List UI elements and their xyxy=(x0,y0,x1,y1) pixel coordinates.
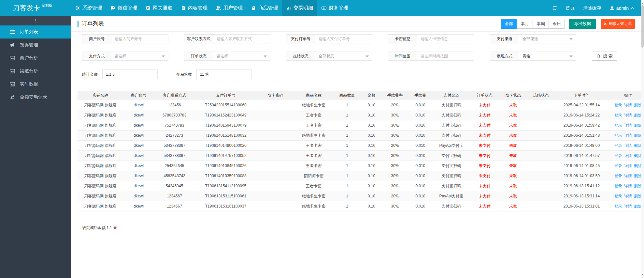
scrollbar-down-arrow[interactable] xyxy=(642,274,644,276)
topnav-item-7[interactable]: 交易明细 xyxy=(282,0,317,16)
cell-actions: 登录详情删除 xyxy=(608,120,644,131)
scrollbar[interactable] xyxy=(641,0,644,278)
detail-link[interactable]: 详情 xyxy=(624,123,632,128)
export-data-button[interactable]: 导出数据 xyxy=(569,19,596,29)
table-row: 刀客源码网 旗舰店dkewl5343788367T190614014800100… xyxy=(78,141,644,151)
stat-1: 统计金额1.1 元 xyxy=(82,70,158,79)
filter-select[interactable]: 表格 xyxy=(519,52,576,60)
filter-field xyxy=(315,34,372,43)
search-button[interactable]: 搜 索 xyxy=(592,52,617,61)
cell-freeze-status xyxy=(527,171,555,181)
cell-card-status: 未取 xyxy=(499,110,527,120)
topnav-item-3[interactable]: P网关通道 xyxy=(141,0,177,16)
column-header: 手续费率 xyxy=(382,91,408,100)
clear-cache-link[interactable]: 清除缓存 xyxy=(583,5,601,11)
filter-input[interactable] xyxy=(417,52,474,60)
user-menu[interactable]: admin xyxy=(610,6,634,11)
stats-row: 统计金额1.1 元交易笔数11 笔 xyxy=(71,70,641,79)
cell-actions: 登录详情删除 xyxy=(608,191,644,201)
scrollbar-thumb[interactable] xyxy=(641,5,644,48)
login-link[interactable]: 登录 xyxy=(614,163,622,168)
login-link[interactable]: 登录 xyxy=(614,184,622,188)
sidebar-item-label: 金额变动记录 xyxy=(20,94,47,100)
login-link[interactable]: 登录 xyxy=(614,133,622,138)
cell-card-pwd xyxy=(257,161,294,171)
filter-select[interactable]: 全部渠道 xyxy=(519,35,576,43)
filter-select[interactable]: 请选择 xyxy=(213,52,270,60)
range-tab-4[interactable]: 今日 xyxy=(549,19,565,29)
cell-channel: 支付宝扫码 xyxy=(433,181,470,191)
topnav-item-label: 微信管理 xyxy=(118,5,137,11)
detail-link[interactable]: 详情 xyxy=(624,153,632,158)
range-tab-1[interactable]: 全部 xyxy=(501,19,517,29)
range-tab-3[interactable]: 本周 xyxy=(533,19,549,29)
filter-label: 客户联系方式 xyxy=(184,34,213,43)
topnav-item-1[interactable]: 系统管理 xyxy=(71,0,106,16)
cell-product: 王者卡密 xyxy=(294,161,333,171)
detail-link[interactable]: 详情 xyxy=(624,163,632,168)
filter-input[interactable] xyxy=(417,35,474,43)
filter-select-value: 请选择 xyxy=(217,54,228,59)
topnav-item-label: 用户管理 xyxy=(223,5,243,11)
detail-link[interactable]: 详情 xyxy=(624,113,632,117)
sidebar-item-5[interactable]: 实时数据 xyxy=(0,78,71,91)
brand-logo[interactable]: 刀客发卡 定制版 xyxy=(0,0,71,16)
filter-select[interactable]: 请选择 xyxy=(111,52,168,60)
filter-group: 时间范围 xyxy=(388,52,474,61)
filter-input[interactable] xyxy=(213,35,270,43)
login-link[interactable]: 登录 xyxy=(614,103,622,107)
cell-amount: 0.10 xyxy=(361,201,382,211)
delete-invalid-orders-button[interactable]: 删除无效订单 xyxy=(601,19,635,29)
filter-field: 全部渠道 xyxy=(519,34,576,43)
cell-pay-no: T190613153115100061 xyxy=(195,191,257,201)
detail-link[interactable]: 详情 xyxy=(624,133,632,138)
column-header: 操作 xyxy=(608,91,644,100)
sidebar-item-6[interactable]: 金额变动记录 xyxy=(0,91,71,104)
filter-select[interactable]: 全部状态 xyxy=(315,52,372,60)
login-link[interactable]: 登录 xyxy=(614,153,622,158)
search-icon xyxy=(596,54,601,58)
cell-card-status: 未取 xyxy=(499,120,527,131)
detail-link[interactable]: 详情 xyxy=(624,174,632,178)
topnav-item-4[interactable]: 内容管理 xyxy=(177,0,212,16)
sidebar-item-1[interactable]: 订单列表 xyxy=(0,25,71,39)
login-link[interactable]: 登录 xyxy=(614,204,622,208)
user-icon xyxy=(610,6,614,10)
detail-link[interactable]: 详情 xyxy=(624,103,632,107)
home-link[interactable]: 首页 xyxy=(565,5,575,11)
cell-card-status: 未取 xyxy=(499,171,527,181)
detail-link[interactable]: 详情 xyxy=(624,204,632,208)
detail-link[interactable]: 详情 xyxy=(624,184,632,188)
cell-actions: 登录详情删除 xyxy=(608,141,644,151)
cell-product: 绝地求生卡密 xyxy=(294,131,333,141)
login-link[interactable]: 登录 xyxy=(614,123,622,128)
topnav-item-label: 交易明细 xyxy=(293,5,313,11)
login-link[interactable]: 登录 xyxy=(614,143,622,148)
topnav-item-6[interactable]: 商品管理 xyxy=(247,0,282,16)
sidebar-item-3[interactable]: 商户分析 xyxy=(0,52,71,65)
login-link[interactable]: 登录 xyxy=(614,113,622,117)
filter-select-value: 表格 xyxy=(522,54,530,59)
cell-product: 阴阳师卡密 xyxy=(294,171,333,181)
filter-input[interactable] xyxy=(111,35,168,43)
column-header: 客户联系方式 xyxy=(154,91,195,100)
table-row: 刀客源码网 旗舰店dkewl5343788367T190614014757100… xyxy=(78,151,644,161)
caret-down-icon xyxy=(569,38,573,42)
cell-contact: 5343788367 xyxy=(154,151,195,161)
sidebar-item-2[interactable]: 投诉管理 xyxy=(0,39,71,52)
login-link[interactable]: 登录 xyxy=(614,194,622,198)
sidebar-item-4[interactable]: 渠道分析 xyxy=(0,65,71,78)
sidebar-collapse-button[interactable] xyxy=(0,16,71,25)
table-row: 刀客源码网 旗舰店dkewl54345345T19061315411210009… xyxy=(78,181,644,191)
scrollbar-up-arrow[interactable] xyxy=(642,2,644,4)
topnav-item-8[interactable]: 财务管理 xyxy=(317,0,352,16)
filter-input[interactable] xyxy=(315,35,372,43)
topnav-item-2[interactable]: 微信管理 xyxy=(106,0,141,16)
login-link[interactable]: 登录 xyxy=(614,174,622,178)
detail-link[interactable]: 详情 xyxy=(624,143,632,148)
cell-shop: 刀客源码网 旗舰店 xyxy=(78,151,123,161)
refresh-icon[interactable] xyxy=(552,6,557,10)
range-tab-2[interactable]: 本月 xyxy=(517,19,533,29)
detail-link[interactable]: 详情 xyxy=(624,194,632,198)
topnav-item-5[interactable]: 用户管理 xyxy=(212,0,247,16)
